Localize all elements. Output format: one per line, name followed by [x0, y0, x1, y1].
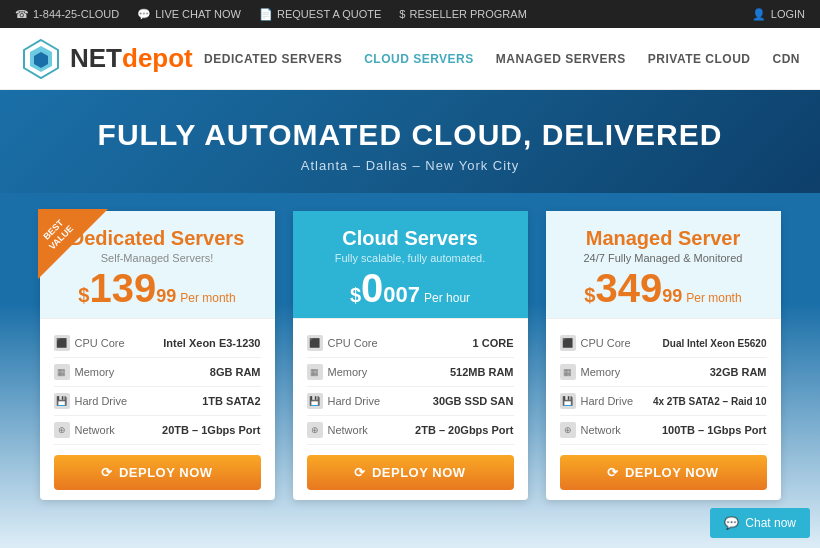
user-icon: 👤 [752, 8, 766, 21]
logo[interactable]: NETdepot [20, 38, 193, 80]
deploy-dedicated-button[interactable]: ⟳ Deploy Now [54, 455, 261, 490]
cards-area: BestValue Dedicated Servers Self-Managed… [0, 193, 820, 548]
document-icon: 📄 [259, 8, 273, 21]
nav-private-cloud[interactable]: PRIVATE CLOUD [648, 52, 751, 66]
best-value-ribbon: BestValue [38, 209, 108, 279]
card-managed-header: Managed Server 24/7 Fully Managed & Moni… [546, 211, 781, 319]
spec-row: 💾 Hard Drive 4x 2TB SATA2 – Raid 10 [560, 387, 767, 416]
deploy-icon: ⟳ [101, 465, 113, 480]
memory-icon: ▦ [307, 364, 323, 380]
spec-row: ▦ Memory 512MB RAM [307, 358, 514, 387]
network-icon: ⊕ [54, 422, 70, 438]
chat-bubble-icon: 💬 [724, 516, 739, 530]
spec-row: ⊕ Network 100TB – 1Gbps Port [560, 416, 767, 445]
nav-links: DEDICATED SERVERS CLOUD SERVERS MANAGED … [204, 52, 800, 66]
top-bar-left: ☎ 1-844-25-CLOUD 💬 LIVE CHAT NOW 📄 REQUE… [15, 8, 527, 21]
memory-icon: ▦ [54, 364, 70, 380]
login-link[interactable]: 👤 LOGIN [752, 8, 805, 21]
card-cloud-price: $ 0 007 Per hour [309, 268, 512, 308]
logo-icon [20, 38, 62, 80]
card-managed-body: ⬛ CPU Core Dual Intel Xeon E5620 ▦ Memor… [546, 319, 781, 500]
network-icon: ⊕ [307, 422, 323, 438]
logo-text: NETdepot [70, 43, 193, 74]
cpu-icon: ⬛ [54, 335, 70, 351]
livechat-link[interactable]: 💬 LIVE CHAT NOW [137, 8, 241, 21]
card-cloud-header: Cloud Servers Fully scalable, fully auto… [293, 211, 528, 319]
spec-row: ▦ Memory 8GB RAM [54, 358, 261, 387]
memory-icon: ▦ [560, 364, 576, 380]
phone-link[interactable]: ☎ 1-844-25-CLOUD [15, 8, 119, 21]
cpu-icon: ⬛ [307, 335, 323, 351]
main-nav: NETdepot DEDICATED SERVERS CLOUD SERVERS… [0, 28, 820, 90]
spec-row: ⊕ Network 20TB – 1Gbps Port [54, 416, 261, 445]
card-managed-subtitle: 24/7 Fully Managed & Monitored [562, 252, 765, 264]
hero-title: FULLY AUTOMATED CLOUD, DELIVERED [20, 118, 800, 152]
spec-row: 💾 Hard Drive 30GB SSD SAN [307, 387, 514, 416]
card-dedicated: BestValue Dedicated Servers Self-Managed… [40, 211, 275, 500]
spec-row: ⬛ CPU Core 1 CORE [307, 329, 514, 358]
card-managed-title: Managed Server [562, 227, 765, 250]
hdd-icon: 💾 [54, 393, 70, 409]
chat-icon: 💬 [137, 8, 151, 21]
top-bar: ☎ 1-844-25-CLOUD 💬 LIVE CHAT NOW 📄 REQUE… [0, 0, 820, 28]
deploy-cloud-button[interactable]: ⟳ Deploy Now [307, 455, 514, 490]
card-cloud-subtitle: Fully scalable, fully automated. [309, 252, 512, 264]
spec-row: ⊕ Network 2TB – 20Gbps Port [307, 416, 514, 445]
reseller-link[interactable]: $ RESELLER PROGRAM [399, 8, 527, 20]
hdd-icon: 💾 [560, 393, 576, 409]
card-cloud-body: ⬛ CPU Core 1 CORE ▦ Memory 512MB RAM 💾 H… [293, 319, 528, 500]
nav-dedicated[interactable]: DEDICATED SERVERS [204, 52, 342, 66]
phone-icon: ☎ [15, 8, 29, 21]
spec-row: ⬛ CPU Core Dual Intel Xeon E5620 [560, 329, 767, 358]
nav-cdn[interactable]: CDN [773, 52, 801, 66]
chat-button[interactable]: 💬 Chat now [710, 508, 810, 538]
card-managed-price: $ 349 99 Per month [562, 268, 765, 308]
dollar-icon: $ [399, 8, 405, 20]
card-cloud: Cloud Servers Fully scalable, fully auto… [293, 211, 528, 500]
hdd-icon: 💾 [307, 393, 323, 409]
cpu-icon: ⬛ [560, 335, 576, 351]
spec-row: 💾 Hard Drive 1TB SATA2 [54, 387, 261, 416]
spec-row: ⬛ CPU Core Intel Xeon E3-1230 [54, 329, 261, 358]
deploy-icon: ⟳ [354, 465, 366, 480]
card-cloud-title: Cloud Servers [309, 227, 512, 250]
hero-section: FULLY AUTOMATED CLOUD, DELIVERED Atlanta… [0, 90, 820, 193]
deploy-icon: ⟳ [607, 465, 619, 480]
hero-subtitle: Atlanta – Dallas – New York City [20, 158, 800, 173]
card-managed: Managed Server 24/7 Fully Managed & Moni… [546, 211, 781, 500]
card-dedicated-body: ⬛ CPU Core Intel Xeon E3-1230 ▦ Memory 8… [40, 319, 275, 500]
nav-cloud[interactable]: CLOUD SERVERS [364, 52, 474, 66]
spec-row: ▦ Memory 32GB RAM [560, 358, 767, 387]
nav-managed[interactable]: MANAGED SERVERS [496, 52, 626, 66]
quote-link[interactable]: 📄 REQUEST A QUOTE [259, 8, 381, 21]
deploy-managed-button[interactable]: ⟳ Deploy Now [560, 455, 767, 490]
network-icon: ⊕ [560, 422, 576, 438]
